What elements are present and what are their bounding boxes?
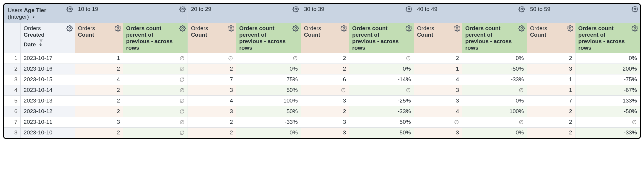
pivot-column-header[interactable]: 20 to 29 (188, 4, 301, 23)
orders-count-header[interactable]: OrdersCount (75, 23, 123, 53)
percent-of-previous-cell[interactable]: -14% (349, 74, 414, 85)
date-cell[interactable]: 2023-10-16 (21, 64, 75, 74)
percent-of-previous-cell[interactable]: -50% (462, 64, 527, 74)
date-cell[interactable]: 2023-10-15 (21, 74, 75, 85)
gear-icon[interactable] (567, 25, 573, 32)
date-cell[interactable]: 2023-10-10 (21, 128, 75, 138)
orders-count-cell[interactable]: 3 (301, 96, 349, 106)
date-cell[interactable]: 2023-10-14 (21, 85, 75, 96)
percent-of-previous-cell[interactable]: 133% (575, 96, 640, 106)
pivot-column-header[interactable]: 50 to 59 (527, 4, 640, 23)
gear-icon[interactable] (632, 6, 638, 12)
date-cell[interactable]: 2023-10-12 (21, 106, 75, 117)
orders-count-cell[interactable]: 2 (188, 117, 236, 128)
date-cell[interactable]: 2023-10-13 (21, 96, 75, 106)
orders-count-cell[interactable]: 2 (527, 53, 575, 64)
percent-of-previous-cell[interactable]: ∅ (123, 117, 188, 128)
percent-of-previous-cell[interactable]: 0% (462, 96, 527, 106)
gear-icon[interactable] (632, 25, 638, 32)
sort-control-icon[interactable] (39, 38, 43, 42)
percent-of-previous-cell[interactable]: 0% (349, 64, 414, 74)
date-dimension-header[interactable]: Orders Created Date (21, 23, 75, 53)
orders-count-cell[interactable]: 3 (414, 128, 462, 138)
orders-count-cell[interactable]: 6 (301, 74, 349, 85)
percent-of-previous-cell[interactable]: ∅ (236, 53, 301, 64)
percent-of-previous-cell[interactable]: ∅ (123, 64, 188, 74)
percent-of-previous-cell[interactable]: 75% (236, 74, 301, 85)
gear-icon[interactable] (454, 25, 460, 32)
orders-count-cell[interactable]: 2 (75, 128, 123, 138)
gear-icon[interactable] (406, 6, 412, 12)
percent-of-previous-header[interactable]: Orders count percent of previous - acros… (349, 23, 414, 53)
percent-of-previous-cell[interactable]: ∅ (349, 53, 414, 64)
orders-count-cell[interactable]: 3 (75, 117, 123, 128)
orders-count-cell[interactable]: 7 (527, 96, 575, 106)
percent-of-previous-cell[interactable]: 0% (575, 53, 640, 64)
percent-of-previous-cell[interactable]: ∅ (123, 53, 188, 64)
orders-count-cell[interactable]: 2 (301, 106, 349, 117)
orders-count-cell[interactable]: 2 (75, 96, 123, 106)
orders-count-cell[interactable]: 1 (527, 85, 575, 96)
pivot-column-header[interactable]: 40 to 49 (414, 4, 527, 23)
percent-of-previous-cell[interactable]: 200% (575, 64, 640, 74)
orders-count-cell[interactable]: 4 (414, 106, 462, 117)
percent-of-previous-cell[interactable]: 50% (349, 128, 414, 138)
gear-icon[interactable] (66, 6, 73, 12)
orders-count-cell[interactable]: 2 (75, 64, 123, 74)
percent-of-previous-cell[interactable]: ∅ (349, 85, 414, 96)
percent-of-previous-cell[interactable]: ∅ (123, 128, 188, 138)
orders-count-cell[interactable]: 2 (188, 128, 236, 138)
date-cell[interactable]: 2023-10-17 (21, 53, 75, 64)
gear-icon[interactable] (179, 25, 186, 32)
percent-of-previous-cell[interactable]: 50% (236, 85, 301, 96)
percent-of-previous-cell[interactable]: ∅ (123, 106, 188, 117)
percent-of-previous-cell[interactable]: 50% (236, 106, 301, 117)
percent-of-previous-cell[interactable]: -33% (462, 74, 527, 85)
gear-icon[interactable] (66, 25, 73, 32)
gear-icon[interactable] (341, 25, 347, 32)
orders-count-cell[interactable]: 2 (301, 64, 349, 74)
percent-of-previous-cell[interactable]: 0% (236, 64, 301, 74)
percent-of-previous-cell[interactable]: ∅ (123, 74, 188, 85)
percent-of-previous-cell[interactable]: 50% (349, 117, 414, 128)
percent-of-previous-cell[interactable]: -33% (349, 106, 414, 117)
pivot-column-header[interactable]: 10 to 19 (75, 4, 188, 23)
orders-count-cell[interactable]: 1 (75, 53, 123, 64)
orders-count-cell[interactable]: 3 (188, 85, 236, 96)
orders-count-cell[interactable]: 2 (75, 85, 123, 96)
orders-count-header[interactable]: OrdersCount (527, 23, 575, 53)
percent-of-previous-cell[interactable]: -67% (575, 85, 640, 96)
gear-icon[interactable] (292, 6, 299, 12)
gear-icon[interactable] (179, 6, 186, 12)
percent-of-previous-cell[interactable]: ∅ (462, 85, 527, 96)
percent-of-previous-cell[interactable]: -33% (236, 117, 301, 128)
percent-of-previous-cell[interactable]: 0% (236, 128, 301, 138)
gear-icon[interactable] (228, 25, 234, 32)
percent-of-previous-cell[interactable]: 100% (462, 106, 527, 117)
orders-count-cell[interactable]: 7 (188, 74, 236, 85)
percent-of-previous-cell[interactable]: -33% (575, 128, 640, 138)
orders-count-cell[interactable]: 4 (75, 74, 123, 85)
orders-count-cell[interactable]: 2 (527, 128, 575, 138)
percent-of-previous-cell[interactable]: 0% (462, 128, 527, 138)
gear-icon[interactable] (115, 25, 121, 32)
percent-of-previous-cell[interactable]: -25% (349, 96, 414, 106)
orders-count-cell[interactable]: 1 (414, 64, 462, 74)
percent-of-previous-cell[interactable]: ∅ (123, 85, 188, 96)
orders-count-cell[interactable]: 2 (527, 117, 575, 128)
percent-of-previous-cell[interactable]: ∅ (123, 96, 188, 106)
orders-count-cell[interactable]: 2 (414, 53, 462, 64)
orders-count-cell[interactable]: ∅ (301, 85, 349, 96)
orders-count-cell[interactable]: 3 (188, 106, 236, 117)
orders-count-cell[interactable]: ∅ (414, 117, 462, 128)
orders-count-cell[interactable]: 3 (301, 117, 349, 128)
orders-count-cell[interactable]: 1 (527, 74, 575, 85)
gear-icon[interactable] (292, 25, 299, 32)
gear-icon[interactable] (518, 25, 525, 32)
orders-count-cell[interactable]: 4 (414, 74, 462, 85)
orders-count-cell[interactable]: 3 (414, 96, 462, 106)
date-cell[interactable]: 2023-10-11 (21, 117, 75, 128)
percent-of-previous-header[interactable]: Orders count percent of previous - acros… (575, 23, 640, 53)
orders-count-cell[interactable]: 3 (414, 85, 462, 96)
gear-icon[interactable] (518, 6, 525, 12)
